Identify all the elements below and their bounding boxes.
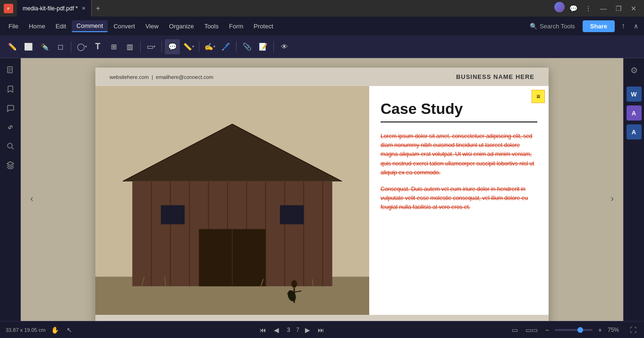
share-button[interactable]: Share [583,20,615,32]
comments-icon [6,104,15,113]
svg-text:F: F [8,7,10,11]
note-button[interactable]: 📝 [255,39,271,54]
menu-comment[interactable]: Comment [72,20,108,32]
word-plugin-icon[interactable]: W [627,87,642,102]
tab-close-button[interactable]: ✕ [82,6,85,11]
sticky-note-icon: ≡ [536,93,540,100]
menu-view[interactable]: View [141,21,163,32]
prev-page-button[interactable]: ◀ [272,325,281,335]
svg-point-28 [291,280,297,287]
titlebar: F media-kit-file-pdf.pdf * ✕ + 💬 ⋮ — ❐ ✕ [0,0,644,17]
menu-protect[interactable]: Protect [249,21,278,32]
sticky-note[interactable]: ≡ [532,90,545,103]
tab-filename: media-kit-file-pdf.pdf * [23,5,78,12]
zoom-slider[interactable] [555,329,593,331]
zoom-in-button[interactable]: + [596,325,604,335]
shape-button[interactable]: ▭▾ [144,39,159,54]
collapse-ribbon-button[interactable]: ∧ [632,22,640,30]
eye-button[interactable]: 👁 [277,39,292,54]
content-area: ‹ websitehere.com | emailhere@connect.co… [21,58,623,338]
highlight-tool-button[interactable]: ✏️ [5,39,20,54]
more-options-button[interactable]: ⋮ [582,2,595,15]
right-sidebar: ⚙ W A A [623,58,644,338]
pdf-page: websitehere.com | emailhere@connect.com … [95,68,549,332]
cursor-tool-button[interactable]: ↖ [65,325,74,335]
sidebar-layers-icon[interactable] [2,156,19,173]
link-icon [6,123,15,131]
single-page-view-button[interactable]: ▭ [510,325,520,335]
fullscreen-button[interactable]: ⛶ [628,325,638,335]
pen-button[interactable]: 🖊️ [218,39,233,54]
zoom-out-button[interactable]: − [543,325,551,335]
hand-tool-button[interactable]: ✋ [49,325,61,335]
header-email: emailhere@connect.com [156,74,213,80]
bottom-bar: 33.87 x 19.05 cm ✋ ↖ ⏮ ◀ 7 ▶ ⏭ ▭ ▭▭ − + … [0,321,644,338]
separator-6 [273,41,274,52]
menu-organize[interactable]: Organize [164,21,199,32]
menu-form[interactable]: Form [224,21,248,32]
zoom-thumb[interactable] [577,327,583,333]
svg-rect-26 [161,205,185,224]
word2-plugin-icon[interactable]: A [627,124,642,139]
eraser-button[interactable]: ◻ [53,39,68,54]
layers-icon [6,161,15,169]
settings-panel-icon[interactable]: ⚙ [626,62,643,79]
header-business-name: BUSINESS NAME HERE [456,73,534,80]
svg-point-6 [8,143,12,148]
communication-icon[interactable]: 💬 [567,2,580,15]
sidebar-comments-icon[interactable] [2,100,19,117]
search-icon: 🔍 [530,23,537,30]
restore-button[interactable]: ❐ [612,2,625,15]
menu-convert[interactable]: Convert [109,21,140,32]
menubar: File Home Edit Comment Convert View Orga… [0,17,644,35]
shape-dropdown-button[interactable]: ◯▾ [74,39,89,54]
body-paragraph-2: Consequat. Duis autem vel eum iriure dol… [381,185,537,212]
sidebar-bookmarks-icon[interactable] [2,81,19,98]
select-area-button[interactable]: ⬜ [21,39,36,54]
search-icon [6,142,15,150]
svg-rect-27 [280,205,304,224]
plugin-icons-container: W A A [627,87,642,139]
menu-home[interactable]: Home [24,21,50,32]
menu-edit[interactable]: Edit [51,21,71,32]
menu-tools[interactable]: Tools [200,21,223,32]
zoom-level-display: 75% [608,327,624,333]
page-total-text: 7 [296,327,299,333]
new-tab-button[interactable]: + [92,2,105,15]
sidebar-search-icon[interactable] [2,138,19,155]
move-textbox-button[interactable]: ⊞ [106,39,121,54]
measure-button[interactable]: 📏▾ [181,39,196,54]
search-tools-button[interactable]: 🔍 Search Tools [526,21,579,32]
body-paragraph-1: Lorem ipsum dolor sit amet, consectetuer… [381,132,537,177]
svg-line-7 [12,147,14,149]
pencil-button[interactable]: ✒️ [37,39,52,54]
app-logo-icon: F [5,5,12,12]
word-plugin-letter: W [631,91,636,98]
stamp-sign-button[interactable]: ✍️▾ [202,39,217,54]
text-button[interactable]: T [90,39,105,54]
tab-area: media-kit-file-pdf.pdf * ✕ + [17,0,551,17]
sticky-note-button[interactable]: 💬 [165,39,180,54]
close-button[interactable]: ✕ [627,2,640,15]
scroll-left-button[interactable]: ‹ [30,193,34,204]
dimensions-text: 33.87 x 19.05 cm [6,327,45,333]
case-study-title: Case Study [381,100,537,122]
active-tab[interactable]: media-kit-file-pdf.pdf * ✕ [17,0,92,17]
double-page-view-button[interactable]: ▭▭ [524,325,540,335]
upload-button[interactable]: ↑ [619,22,628,30]
menu-file[interactable]: File [4,21,23,32]
last-page-button[interactable]: ⏭ [316,325,326,335]
sidebar-links-icon[interactable] [2,119,19,136]
scroll-right-button[interactable]: › [610,193,614,204]
next-page-button[interactable]: ▶ [303,325,312,335]
comment-toolbar: ✏️ ⬜ ✒️ ◻ ◯▾ T ⊞ ▥ ▭▾ 💬 📏▾ ✍️▾ 🖊️ 📎 📝 👁 [0,35,644,58]
first-page-button[interactable]: ⏮ [258,325,268,335]
ai-plugin-letter: A [632,110,636,117]
left-sidebar: ? [0,58,21,338]
minimize-button[interactable]: — [597,2,610,15]
attachment-button[interactable]: 📎 [239,39,254,54]
stamp-button[interactable]: ▥ [122,39,137,54]
page-number-input[interactable] [285,327,292,333]
sidebar-pages-icon[interactable] [2,62,19,79]
ai-plugin-icon[interactable]: A [627,105,642,121]
